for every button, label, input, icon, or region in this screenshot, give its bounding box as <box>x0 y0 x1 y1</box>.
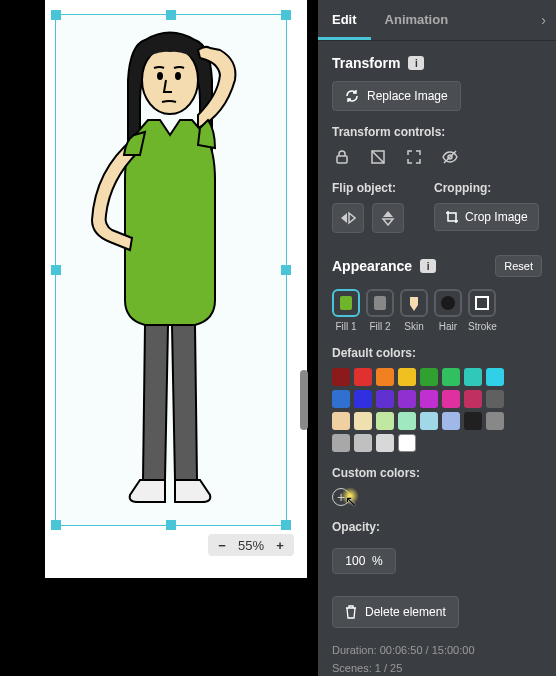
svg-point-10 <box>441 296 455 310</box>
color-swatch[interactable] <box>464 412 482 430</box>
svg-point-1 <box>157 72 163 80</box>
color-swatch[interactable] <box>376 434 394 452</box>
add-custom-color-button[interactable]: + ↖ <box>332 488 350 506</box>
svg-point-0 <box>142 46 198 114</box>
color-swatch[interactable] <box>486 390 504 408</box>
replace-image-button[interactable]: Replace Image <box>332 81 461 111</box>
delete-label: Delete element <box>365 605 446 619</box>
tab-animation[interactable]: Animation <box>371 0 463 40</box>
default-colors-label: Default colors: <box>332 346 542 360</box>
properties-sidebar: Edit Animation › Transform i Replace Ima… <box>318 0 556 676</box>
transform-controls-row <box>332 147 542 167</box>
lock-icon[interactable] <box>332 147 352 167</box>
tab-next-icon[interactable]: › <box>541 12 546 28</box>
appearance-title: Appearance i <box>332 258 436 274</box>
color-swatch[interactable] <box>332 412 350 430</box>
color-swatch[interactable] <box>486 368 504 386</box>
custom-colors-label: Custom colors: <box>332 466 542 480</box>
duration-text: Duration: 00:06:50 / 15:00:00 <box>332 642 542 660</box>
canvas-area[interactable]: − 55% + <box>0 0 318 676</box>
visibility-icon[interactable] <box>440 147 460 167</box>
appearance-title-text: Appearance <box>332 258 412 274</box>
fill-tab-fill-2[interactable]: Fill 2 <box>366 289 394 332</box>
color-swatch[interactable] <box>420 390 438 408</box>
info-icon[interactable]: i <box>420 259 436 273</box>
svg-rect-3 <box>337 156 347 163</box>
flip-label: Flip object: <box>332 181 404 195</box>
color-swatch[interactable] <box>332 434 350 452</box>
trash-icon <box>345 605 357 619</box>
transform-controls-label: Transform controls: <box>332 125 542 139</box>
fill-tab-skin[interactable]: Skin <box>400 289 428 332</box>
scroll-thumb[interactable] <box>300 370 308 430</box>
opacity-input[interactable] <box>332 548 396 574</box>
resize-handle-br[interactable] <box>281 520 291 530</box>
crop-icon <box>445 210 459 224</box>
color-swatch[interactable] <box>486 412 504 430</box>
transform-section: Transform i Replace Image Transform cont… <box>318 41 556 241</box>
fill-tabs: Fill 1Fill 2SkinHairStroke <box>332 289 542 332</box>
expand-icon[interactable] <box>404 147 424 167</box>
color-swatch[interactable] <box>398 368 416 386</box>
resize-handle-tm[interactable] <box>166 10 176 20</box>
zoom-control: − 55% + <box>208 534 294 556</box>
color-swatch[interactable] <box>376 412 394 430</box>
replace-label: Replace Image <box>367 89 448 103</box>
color-swatch[interactable] <box>442 368 460 386</box>
color-swatch[interactable] <box>376 390 394 408</box>
color-swatch[interactable] <box>354 434 372 452</box>
zoom-value: 55% <box>238 538 264 553</box>
refresh-icon <box>345 89 359 103</box>
color-swatch[interactable] <box>354 368 372 386</box>
flip-horizontal-button[interactable] <box>332 203 364 233</box>
appearance-section: Appearance i Reset Fill 1Fill 2SkinHairS… <box>318 241 556 582</box>
character-illustration[interactable] <box>70 20 270 520</box>
color-swatch[interactable] <box>398 434 416 452</box>
fill-tab-fill-1[interactable]: Fill 1 <box>332 289 360 332</box>
color-swatch[interactable] <box>376 368 394 386</box>
transform-title-text: Transform <box>332 55 400 71</box>
crop-btn-label: Crop Image <box>465 210 528 224</box>
tab-bar: Edit Animation › <box>318 0 556 41</box>
resize-handle-tl[interactable] <box>51 10 61 20</box>
constrain-icon[interactable] <box>368 147 388 167</box>
resize-handle-ml[interactable] <box>51 265 61 275</box>
svg-rect-8 <box>340 296 352 310</box>
resize-handle-bl[interactable] <box>51 520 61 530</box>
color-swatch[interactable] <box>464 368 482 386</box>
zoom-in-button[interactable]: + <box>272 537 288 553</box>
color-swatch[interactable] <box>442 390 460 408</box>
color-swatch[interactable] <box>420 412 438 430</box>
svg-rect-9 <box>374 296 386 310</box>
fill-tab-hair[interactable]: Hair <box>434 289 462 332</box>
flip-vertical-button[interactable] <box>372 203 404 233</box>
color-swatch[interactable] <box>442 412 460 430</box>
color-swatch[interactable] <box>464 390 482 408</box>
vertical-scrollbar[interactable] <box>300 0 308 578</box>
svg-line-5 <box>372 151 384 163</box>
fill-tab-stroke[interactable]: Stroke <box>468 289 497 332</box>
color-swatch[interactable] <box>420 368 438 386</box>
zoom-out-button[interactable]: − <box>214 537 230 553</box>
resize-handle-bm[interactable] <box>166 520 176 530</box>
footer-info: Duration: 00:06:50 / 15:00:00 Scenes: 1 … <box>318 642 556 676</box>
transform-title: Transform i <box>332 55 542 71</box>
color-swatch[interactable] <box>398 390 416 408</box>
opacity-label: Opacity: <box>332 520 542 534</box>
info-icon[interactable]: i <box>408 56 424 70</box>
resize-handle-tr[interactable] <box>281 10 291 20</box>
tab-edit[interactable]: Edit <box>318 0 371 40</box>
crop-label: Cropping: <box>434 181 539 195</box>
scenes-text: Scenes: 1 / 25 <box>332 660 542 676</box>
delete-element-button[interactable]: Delete element <box>332 596 459 628</box>
crop-image-button[interactable]: Crop Image <box>434 203 539 231</box>
svg-rect-11 <box>476 297 488 309</box>
color-swatch[interactable] <box>354 390 372 408</box>
color-swatch[interactable] <box>354 412 372 430</box>
color-swatch[interactable] <box>398 412 416 430</box>
default-colors-grid <box>332 368 504 452</box>
resize-handle-mr[interactable] <box>281 265 291 275</box>
color-swatch[interactable] <box>332 390 350 408</box>
reset-button[interactable]: Reset <box>495 255 542 277</box>
color-swatch[interactable] <box>332 368 350 386</box>
